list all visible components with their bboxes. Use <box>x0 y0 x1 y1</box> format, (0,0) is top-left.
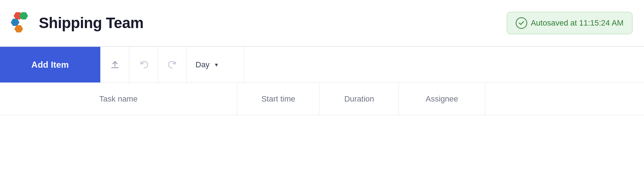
redo-button[interactable] <box>158 47 187 82</box>
column-header-start-time: Start time <box>237 83 320 115</box>
upload-icon <box>110 60 120 70</box>
column-header-task: Task name <box>0 83 237 115</box>
column-header-assignee: Assignee <box>399 83 485 115</box>
app-header: Shipping Team Autosaved at 11:15:24 AM <box>0 0 644 47</box>
export-button[interactable] <box>101 47 129 82</box>
undo-button[interactable] <box>129 47 158 82</box>
app-logo <box>9 11 33 35</box>
table-body <box>0 115 644 184</box>
toolbar: Add Item Day ▼ <box>0 47 644 83</box>
column-header-duration: Duration <box>320 83 399 115</box>
add-item-button[interactable]: Add Item <box>0 47 101 82</box>
header-left: Shipping Team <box>9 11 143 35</box>
autosave-badge: Autosaved at 11:15:24 AM <box>507 12 632 34</box>
svg-marker-2 <box>11 19 19 26</box>
svg-marker-3 <box>14 25 23 32</box>
table-header: Task name Start time Duration Assignee <box>0 83 644 115</box>
day-selector[interactable]: Day ▼ <box>187 47 244 82</box>
autosave-text: Autosaved at 11:15:24 AM <box>531 18 624 28</box>
column-header-extra <box>485 83 644 115</box>
undo-icon <box>139 60 149 70</box>
redo-icon <box>167 60 178 70</box>
app-title: Shipping Team <box>39 14 143 32</box>
chevron-down-icon: ▼ <box>214 62 219 68</box>
day-selector-label: Day <box>196 60 210 69</box>
autosave-icon <box>516 17 527 29</box>
